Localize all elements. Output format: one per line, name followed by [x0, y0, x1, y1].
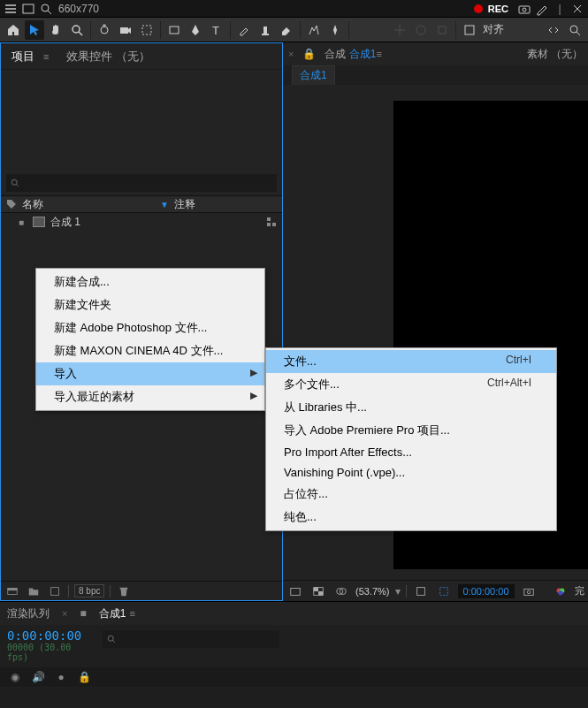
snapshot-icon[interactable] — [520, 583, 538, 599]
svg-point-1 — [42, 4, 49, 11]
lock-toggle-icon[interactable]: 🔒 — [76, 670, 92, 684]
svg-point-9 — [416, 26, 425, 34]
brush-tool[interactable] — [234, 20, 254, 40]
panel-menu-icon[interactable]: ≡ — [43, 51, 49, 62]
project-search[interactable] — [6, 174, 277, 192]
window-icon[interactable] — [21, 2, 35, 16]
pan-behind-tool[interactable] — [137, 20, 157, 40]
home-tool[interactable] — [4, 20, 23, 40]
tab-timeline-comp[interactable]: 合成1 — [99, 606, 126, 621]
svg-rect-11 — [465, 26, 474, 34]
snap-checkbox[interactable] — [460, 20, 479, 40]
tag-column-icon[interactable] — [6, 199, 17, 209]
viewer-time[interactable]: 0:00:00:00 — [458, 584, 515, 598]
tab-close-icon[interactable]: × — [288, 49, 294, 59]
comp-panel-menu-icon[interactable]: ≡ — [376, 49, 381, 59]
menu-import-libraries[interactable]: 从 Libraries 中... — [266, 396, 556, 419]
hand-tool[interactable] — [46, 20, 65, 40]
mask-icon[interactable] — [332, 583, 350, 599]
record-indicator-icon — [474, 4, 483, 13]
expand-toggle-icon[interactable]: ■ — [19, 217, 27, 227]
roto-tool[interactable] — [304, 20, 324, 40]
zoom-level[interactable]: (53.7%) — [355, 586, 390, 597]
timeline-current-time[interactable]: 0:00:00:00 — [7, 628, 90, 643]
svg-rect-16 — [267, 223, 271, 226]
new-folder-icon[interactable] — [26, 583, 42, 599]
bpc-indicator[interactable]: 8 bpc — [74, 584, 104, 598]
camera-tool[interactable] — [116, 20, 135, 40]
sort-indicator-icon[interactable]: ▼ — [160, 200, 169, 209]
column-name[interactable]: 名称 — [22, 197, 155, 212]
rotate-tool[interactable] — [95, 20, 114, 40]
svg-rect-5 — [120, 27, 128, 34]
menu-new-c4d[interactable]: 新建 MAXON CINEMA 4D 文件... — [36, 339, 264, 362]
menu-import[interactable]: 导入▶ — [36, 362, 264, 385]
close-icon[interactable] — [570, 2, 584, 16]
menu-new-folder[interactable]: 新建文件夹 — [36, 293, 264, 316]
menu-import-premiere[interactable]: 导入 Adobe Premiere Pro 项目... — [266, 419, 556, 442]
menu-vanishing-point[interactable]: Vanishing Point (.vpe)... — [266, 462, 556, 483]
project-item-row[interactable]: ■ 合成 1 — [1, 213, 282, 231]
comp-breadcrumb[interactable]: 合成 合成1 — [325, 47, 376, 62]
interpret-footage-icon[interactable] — [4, 583, 20, 599]
expand-icon[interactable] — [544, 20, 563, 40]
pen-tool[interactable] — [186, 20, 205, 40]
new-comp-icon[interactable] — [47, 583, 63, 599]
menu-new-photoshop[interactable]: 新建 Adobe Photoshop 文件... — [36, 316, 264, 339]
region-icon[interactable] — [435, 583, 453, 599]
menu-import-multiple[interactable]: 多个文件...Ctrl+Alt+I — [266, 373, 556, 396]
view-axis-tool — [432, 20, 452, 40]
eraser-tool[interactable] — [277, 20, 296, 40]
tab-project[interactable]: 项目 — [8, 45, 38, 68]
selection-tool[interactable] — [25, 20, 44, 40]
grid-icon[interactable] — [286, 583, 304, 599]
timeline-search[interactable] — [103, 630, 279, 648]
menu-new-composition[interactable]: 新建合成... — [36, 270, 264, 293]
channels-icon[interactable] — [552, 583, 569, 599]
hamburger-icon[interactable] — [4, 2, 18, 16]
camera-icon[interactable] — [517, 2, 531, 16]
svg-point-13 — [11, 179, 17, 185]
search-tool-icon[interactable] — [565, 20, 584, 40]
timeline-search-input[interactable] — [120, 633, 276, 646]
clone-tool[interactable] — [256, 20, 275, 40]
svg-point-3 — [523, 8, 526, 11]
flowchart-icon[interactable] — [266, 217, 277, 227]
comp-crumb[interactable]: 合成1 — [292, 65, 335, 86]
tl-panel-menu-icon[interactable]: ≡ — [129, 608, 134, 619]
svg-rect-0 — [23, 4, 34, 13]
rectangle-tool[interactable] — [164, 20, 184, 40]
menu-import-file[interactable]: 文件...Ctrl+I — [266, 350, 556, 373]
resolution-icon[interactable] — [412, 583, 430, 599]
toggle-alpha-icon[interactable] — [309, 583, 327, 599]
svg-rect-20 — [291, 588, 301, 595]
menu-placeholder[interactable]: 占位符... — [266, 483, 556, 506]
search-icon — [10, 178, 20, 188]
lock-icon[interactable]: 🔒 — [302, 48, 316, 60]
search-icon — [106, 634, 117, 644]
local-axis-tool — [390, 20, 409, 40]
video-toggle-icon[interactable]: ◉ — [7, 670, 23, 684]
trash-icon[interactable] — [116, 583, 132, 599]
item-name[interactable]: 合成 1 — [50, 215, 261, 230]
puppet-tool[interactable] — [325, 20, 345, 40]
solo-toggle-icon[interactable]: ● — [53, 670, 69, 684]
audio-toggle-icon[interactable]: 🔊 — [30, 670, 46, 684]
svg-point-32 — [558, 590, 562, 595]
svg-point-29 — [527, 590, 531, 594]
menu-import-recent[interactable]: 导入最近的素材▶ — [36, 385, 264, 408]
text-tool[interactable]: T — [207, 20, 226, 40]
edit-icon[interactable] — [535, 2, 549, 16]
search-icon[interactable] — [39, 2, 53, 16]
zoom-tool[interactable] — [67, 20, 87, 40]
tl-tab-close-icon[interactable]: × — [62, 608, 67, 619]
svg-rect-28 — [523, 589, 533, 595]
tab-effect-controls[interactable]: 效果控件 （无） — [63, 45, 154, 68]
tab-render-queue[interactable]: 渲染队列 — [7, 606, 50, 621]
item-color-tag — [6, 216, 13, 228]
menu-solid[interactable]: 纯色... — [266, 506, 556, 529]
project-search-input[interactable] — [24, 178, 273, 188]
tab-material[interactable]: 素材 （无） — [509, 47, 583, 62]
menu-pro-import[interactable]: Pro Import After Effects... — [266, 442, 556, 462]
column-comment[interactable]: 注释 — [174, 197, 195, 212]
